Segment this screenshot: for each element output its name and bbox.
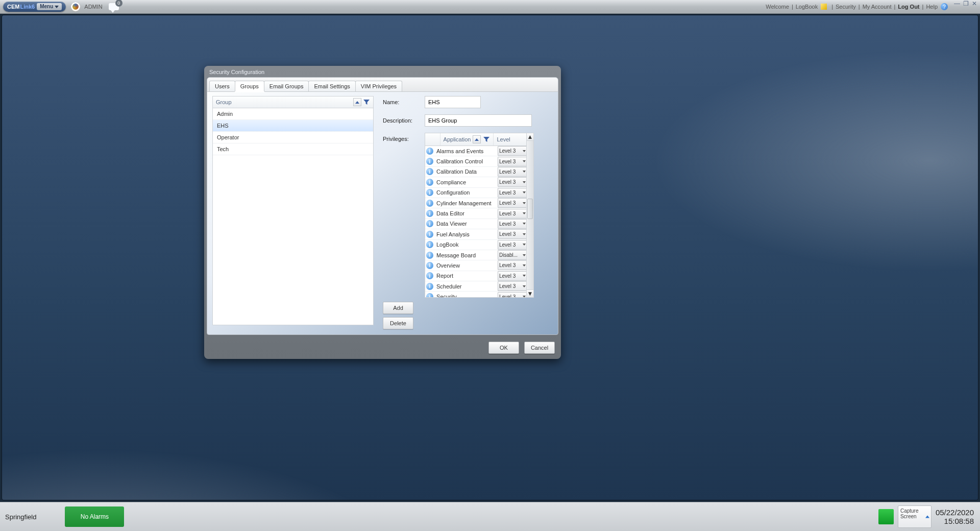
tab-email-groups[interactable]: Email Groups (264, 81, 309, 91)
level-dropdown[interactable]: Level 3 (498, 209, 526, 219)
privilege-app: Scheduler (434, 283, 498, 289)
privilege-row: iCylinder ManagementLevel 3 (425, 198, 526, 208)
privilege-row: iSchedulerLevel 3 (425, 281, 526, 292)
level-dropdown[interactable]: Level 3 (498, 219, 526, 229)
group-list: AdminEHSOperatorTech (212, 108, 374, 325)
privilege-app: Cylinder Management (434, 200, 498, 206)
info-icon[interactable]: i (425, 241, 434, 248)
privilege-row: iData EditorLevel 3 (425, 208, 526, 219)
level-dropdown[interactable]: Level 3 (498, 146, 526, 156)
cancel-button[interactable]: Cancel (524, 342, 555, 354)
privilege-app: Report (434, 273, 498, 279)
info-icon[interactable]: i (425, 262, 434, 269)
level-dropdown[interactable]: Level 3 (498, 271, 526, 281)
group-row[interactable]: Admin (213, 108, 373, 120)
name-input[interactable] (425, 96, 481, 108)
current-user-label: ADMIN (84, 4, 102, 10)
top-toolbar: CEM Link6 Menu ADMIN 0 Welcome| LogBook … (0, 0, 766, 14)
level-dropdown[interactable]: Level 3 (498, 157, 526, 166)
description-input[interactable] (425, 114, 532, 127)
info-icon[interactable]: i (425, 200, 434, 207)
scroll-thumb[interactable] (527, 199, 533, 219)
info-icon[interactable]: i (425, 158, 434, 165)
level-dropdown[interactable]: Disabl... (498, 250, 526, 260)
level-dropdown[interactable]: Level 3 (498, 198, 526, 208)
dialog-tabs: UsersGroupsEmail GroupsEmail SettingsVIM… (207, 78, 558, 92)
dialog-title: Security Configuration (204, 66, 561, 77)
brand-link6: Link6 (20, 4, 35, 10)
chevron-down-icon (55, 6, 59, 8)
level-dropdown[interactable]: Level 3 (498, 177, 526, 187)
group-form: Name: Description: Privileges: (383, 96, 553, 329)
group-row[interactable]: Operator (213, 132, 373, 143)
privilege-row: iMessage BoardDisabl... (425, 250, 526, 260)
tab-users[interactable]: Users (209, 81, 235, 91)
main-menu-button[interactable]: CEM Link6 Menu (3, 2, 66, 12)
description-label: Description: (383, 117, 425, 124)
brand-cem: CEM (7, 4, 19, 10)
privileges-grid: Application Level iAlarms and EventsLeve… (425, 133, 527, 298)
level-dropdown[interactable]: Level 3 (498, 260, 526, 270)
info-icon[interactable]: i (425, 179, 434, 186)
info-icon[interactable]: i (425, 148, 434, 155)
grid-col-application[interactable]: Application (440, 133, 494, 146)
messages-badge: 0 (115, 0, 122, 7)
privilege-row: iReportLevel 3 (425, 271, 526, 281)
group-column-header[interactable]: Group (212, 96, 374, 108)
grid-scrollbar[interactable]: ▲ ▼ (527, 133, 534, 298)
privilege-row: iSecurityLevel 3 (425, 292, 526, 297)
menu-label: Menu (40, 3, 53, 10)
level-dropdown[interactable]: Level 3 (498, 229, 526, 239)
privilege-row: iOverviewLevel 3 (425, 260, 526, 271)
info-icon[interactable]: i (425, 189, 434, 196)
info-icon[interactable]: i (425, 293, 434, 297)
level-dropdown[interactable]: Level 3 (498, 240, 526, 250)
app-logo-icon (71, 2, 80, 11)
group-row[interactable]: EHS (213, 120, 373, 132)
messages-icon[interactable]: 0 (109, 3, 119, 10)
tab-vim-privileges[interactable]: VIM Privileges (355, 81, 402, 91)
info-icon[interactable]: i (425, 231, 434, 238)
privilege-row: iLogBookLevel 3 (425, 240, 526, 250)
privilege-row: iComplianceLevel 3 (425, 177, 526, 187)
tab-groups[interactable]: Groups (235, 81, 264, 91)
level-dropdown[interactable]: Level 3 (498, 188, 526, 198)
privilege-app: Security (434, 294, 498, 297)
info-icon[interactable]: i (425, 283, 434, 290)
sort-asc-icon[interactable] (353, 98, 361, 106)
name-label: Name: (383, 99, 425, 105)
filter-icon[interactable] (483, 136, 490, 143)
privilege-row: iFuel AnalysisLevel 3 (425, 229, 526, 239)
info-icon[interactable]: i (425, 252, 434, 259)
sort-asc-icon[interactable] (473, 135, 481, 143)
privilege-app: Calibration Control (434, 158, 498, 164)
privilege-app: LogBook (434, 242, 498, 248)
tab-email-settings[interactable]: Email Settings (308, 81, 355, 91)
filter-icon[interactable] (363, 99, 370, 106)
privilege-app: Calibration Data (434, 168, 498, 175)
scroll-up-icon[interactable]: ▲ (527, 133, 533, 141)
menu-dropdown[interactable]: Menu (37, 3, 62, 10)
privileges-label: Privileges: (383, 133, 425, 142)
info-icon[interactable]: i (425, 272, 434, 279)
privilege-row: iCalibration DataLevel 3 (425, 167, 526, 177)
privilege-app: Message Board (434, 252, 498, 258)
level-dropdown[interactable]: Level 3 (498, 281, 526, 291)
group-row[interactable]: Tech (213, 143, 373, 155)
add-button[interactable]: Add (383, 302, 413, 314)
privilege-app: Compliance (434, 179, 498, 185)
info-icon[interactable]: i (425, 220, 434, 227)
info-icon[interactable]: i (425, 210, 434, 217)
scroll-down-icon[interactable]: ▼ (527, 289, 533, 297)
level-dropdown[interactable]: Level 3 (498, 167, 526, 177)
info-icon[interactable]: i (425, 168, 434, 175)
privilege-app: Overview (434, 262, 498, 269)
group-header-label: Group (216, 99, 232, 105)
ok-button[interactable]: OK (488, 342, 519, 354)
privilege-app: Fuel Analysis (434, 231, 498, 237)
delete-button[interactable]: Delete (383, 317, 413, 329)
level-dropdown[interactable]: Level 3 (498, 292, 526, 297)
grid-col-level[interactable]: Level (494, 133, 526, 146)
privilege-row: iCalibration ControlLevel 3 (425, 156, 526, 166)
security-config-dialog: Security Configuration UsersGroupsEmail … (204, 66, 561, 359)
